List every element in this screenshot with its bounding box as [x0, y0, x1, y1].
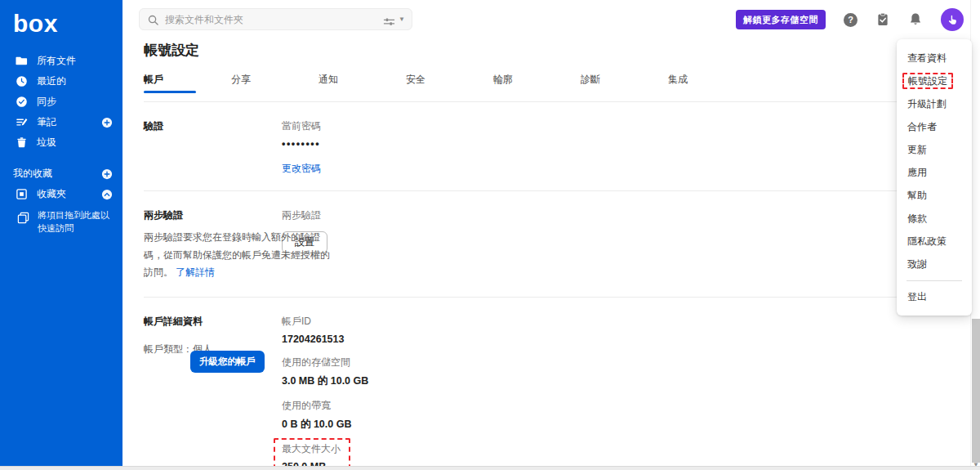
section-authentication: 驗證 當前密碼 •••••••• 更改密碼	[144, 102, 957, 191]
drag-drop-hint: 將項目拖到此處以快速訪問	[0, 204, 122, 235]
sidebar-item-trash[interactable]: 垃圾	[0, 132, 122, 153]
tab-diagnostics[interactable]: 診斷	[581, 73, 668, 93]
menu-item-collaborators[interactable]: 合作者	[897, 116, 972, 139]
hand-cursor-icon	[947, 14, 959, 26]
search-filter-button[interactable]: ▼	[383, 15, 405, 24]
menu-item-credits[interactable]: 致謝	[897, 253, 972, 276]
sidebar-item-all-files[interactable]: 所有文件	[0, 51, 122, 71]
divider	[906, 280, 962, 281]
tab-profile[interactable]: 輪廓	[493, 73, 581, 93]
menu-item-logout[interactable]: 登出	[897, 286, 972, 309]
chevron-down-icon: ▼	[399, 16, 405, 23]
drag-hint-text: 將項目拖到此處以快速訪問	[38, 209, 114, 235]
upgrade-account-button[interactable]: 升級您的帳戶	[190, 351, 265, 373]
account-avatar[interactable]	[941, 8, 964, 31]
tab-account[interactable]: 帳戶	[144, 73, 231, 93]
sidebar-item-label: 同步	[37, 95, 113, 109]
two-step-description-text: 兩步驗證要求您在登錄時輸入額外的驗證碼，從而幫助保護您的帳戶免遭未經授權的訪問。	[144, 231, 330, 278]
menu-item-help[interactable]: 幫助	[897, 185, 972, 208]
account-id-value: 17204261513	[282, 333, 957, 345]
plus-icon[interactable]	[101, 117, 113, 128]
bell-icon[interactable]	[908, 12, 923, 27]
settings-tabs: 帳戶 分享 通知 安全 輪廓 診斷 集成	[144, 73, 957, 93]
page-title: 帳號設定	[144, 41, 957, 60]
section-two-step: 兩步驗證 兩步驗證要求您在登錄時輸入額外的驗證碼，從而幫助保護您的帳戶免遭未經授…	[144, 191, 957, 298]
account-settings-page: 帳號設定 帳戶 分享 通知 安全 輪廓 診斷 集成 驗證 當前密碼 ••••••…	[122, 38, 970, 466]
search-box[interactable]: ▼	[139, 8, 412, 30]
menu-item-label: 隱私政策	[907, 235, 947, 247]
app-window: box 所有文件 最近的 同步	[0, 0, 980, 470]
menu-item-label: 致謝	[907, 258, 927, 270]
trash-icon	[16, 137, 28, 149]
change-password-link[interactable]: 更改密碼	[282, 162, 321, 176]
chevron-up-icon[interactable]	[101, 189, 113, 200]
notes-icon	[16, 116, 28, 128]
collections-label: 我的收藏	[13, 167, 101, 181]
menu-item-label: 條款	[907, 213, 927, 224]
menu-item-label: 幫助	[907, 190, 927, 201]
sidebar-item-label: 筆記	[37, 115, 101, 129]
account-dropdown-menu: 查看資料 帳號設定 升級計劃 合作者 更新 應用 幫助 條款 隱私政策 致謝 登…	[897, 39, 972, 316]
section-heading: 驗證	[144, 119, 282, 133]
storage-used-label: 使用的存儲空間	[282, 356, 957, 369]
plus-icon[interactable]	[101, 168, 113, 180]
menu-item-label: 查看資料	[907, 52, 947, 64]
menu-item-terms[interactable]: 條款	[897, 208, 972, 231]
tasks-clipboard-icon[interactable]	[875, 12, 890, 27]
box-logo: box	[0, 0, 122, 38]
current-password-label: 當前密碼	[282, 119, 957, 133]
max-file-size-label: 最大文件大小	[282, 442, 341, 456]
storage-used-value: 3.0 MB 的 10.0 GB	[282, 374, 957, 388]
sidebar-item-notes[interactable]: 筆記	[0, 112, 122, 132]
tab-sharing[interactable]: 分享	[231, 73, 318, 93]
menu-item-privacy-policy[interactable]: 隱私政策	[897, 231, 972, 253]
section-account-details: 帳戶詳細資料 帳戶類型：個人 升級您的帳戶 帳戶ID 17204261513 使…	[144, 298, 957, 470]
sidebar-nav: 所有文件 最近的 同步 筆記	[0, 51, 122, 235]
sidebar-item-recents[interactable]: 最近的	[0, 71, 122, 92]
sidebar-item-label: 垃圾	[37, 136, 113, 150]
tab-security[interactable]: 安全	[406, 73, 493, 93]
menu-item-label: 登出	[907, 291, 927, 302]
menu-item-view-profile[interactable]: 查看資料	[897, 47, 972, 70]
bandwidth-used-label: 使用的帶寬	[282, 399, 957, 413]
sidebar-item-sync[interactable]: 同步	[0, 92, 122, 112]
sidebar-item-label: 最近的	[37, 74, 113, 88]
section-heading: 兩步驗證	[144, 208, 282, 222]
menu-item-upgrade-plan[interactable]: 升級計劃	[897, 93, 972, 116]
search-icon	[148, 14, 158, 25]
bandwidth-used-value: 0 B 的 10.0 GB	[282, 418, 957, 432]
sidebar-item-favorites[interactable]: 收藏夾	[0, 184, 122, 204]
tab-integrations[interactable]: 集成	[668, 73, 755, 93]
topbar-actions: 解鎖更多存儲空間 ?	[736, 0, 964, 39]
clock-icon	[16, 75, 28, 87]
menu-item-apps[interactable]: 應用	[897, 162, 972, 185]
sidebar-section-collections: 我的收藏	[0, 163, 122, 184]
tab-notifications[interactable]: 通知	[318, 73, 406, 93]
scrollbar-thumb[interactable]	[972, 319, 980, 463]
help-icon[interactable]: ?	[844, 13, 858, 27]
topbar: ▼ 解鎖更多存儲空間 ?	[122, 0, 970, 39]
sidebar-item-label: 收藏夾	[37, 187, 101, 201]
folder-icon	[16, 55, 28, 67]
two-step-description: 兩步驗證要求您在登錄時輸入額外的驗證碼，從而幫助保護您的帳戶免遭未經授權的訪問。…	[144, 229, 332, 282]
learn-more-link[interactable]: 了解詳情	[176, 264, 215, 282]
search-input[interactable]	[165, 14, 383, 25]
unlock-storage-button[interactable]: 解鎖更多存儲空間	[736, 10, 826, 29]
stacked-squares-icon	[17, 212, 29, 224]
menu-item-updates[interactable]: 更新	[897, 139, 972, 162]
two-step-label: 兩步驗證	[282, 208, 957, 222]
password-mask: ••••••••	[282, 138, 957, 150]
menu-item-account-settings[interactable]: 帳號設定	[897, 70, 972, 93]
sidebar-item-label: 所有文件	[37, 54, 113, 68]
menu-item-label: 升級計劃	[907, 98, 947, 110]
window-bottom-edge	[0, 466, 980, 470]
menu-item-label: 應用	[907, 167, 927, 178]
section-heading: 帳戶詳細資料	[144, 315, 282, 329]
menu-item-label-highlighted: 帳號設定	[902, 73, 953, 89]
menu-item-label: 合作者	[907, 121, 937, 132]
filter-sliders-icon	[383, 15, 395, 24]
menu-item-label: 更新	[907, 144, 927, 155]
collection-icon	[16, 188, 28, 200]
sidebar: box 所有文件 最近的 同步	[0, 0, 122, 470]
check-circle-icon	[16, 96, 28, 108]
